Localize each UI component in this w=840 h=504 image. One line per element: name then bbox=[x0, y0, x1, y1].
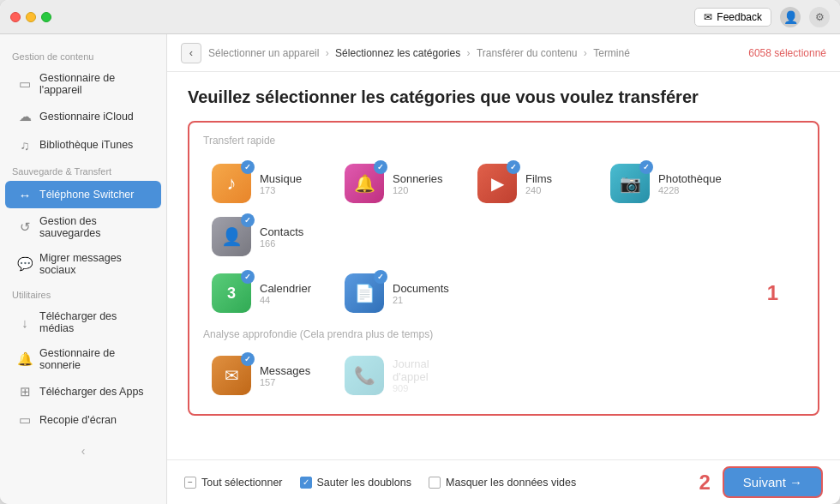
phototheque-icon-wrap: 📷 ✓ bbox=[610, 164, 650, 203]
musique-name: Musique bbox=[260, 172, 302, 185]
sidebar-item-gestionnaire-appareil[interactable]: ▭ Gestionnaire de l'appareil bbox=[5, 66, 161, 102]
transfert-rapide-label: Transfert rapide bbox=[203, 135, 804, 147]
sidebar-item-telecharger-apps[interactable]: ⊞ Télécharger des Apps bbox=[5, 378, 161, 405]
documents-icon-wrap: 📄 ✓ bbox=[345, 273, 384, 313]
messages-icon: ✉ bbox=[225, 365, 239, 386]
maximize-button[interactable] bbox=[41, 12, 51, 22]
label-1-container: 1 bbox=[469, 267, 804, 320]
sidebar-collapse-button[interactable]: ‹ bbox=[0, 437, 166, 465]
category-films[interactable]: ▶ ✓ Films 240 bbox=[469, 157, 602, 210]
category-phototheque[interactable]: 📷 ✓ Photothèque 4228 bbox=[602, 157, 735, 210]
sidebar-item-label: Gestionnaire de l'appareil bbox=[39, 72, 149, 96]
titlebar: ✉ Feedback 👤 ⚙ bbox=[0, 0, 840, 34]
sonneries-count: 120 bbox=[393, 185, 443, 195]
journal-appel-icon: 📞 bbox=[354, 365, 375, 386]
apps-icon: ⊞ bbox=[17, 384, 33, 399]
messages-info: Messages 157 bbox=[260, 364, 310, 387]
settings-icon: ⚙ bbox=[809, 7, 830, 27]
crumb-select-device: Sélectionner un appareil bbox=[208, 47, 319, 59]
device-icon: ▭ bbox=[17, 76, 33, 92]
category-sonneries[interactable]: 🔔 ✓ Sonneries 120 bbox=[336, 157, 469, 210]
category-contacts[interactable]: 👤 ✓ Contacts 166 bbox=[203, 210, 336, 263]
tout-selectionner-option[interactable]: − Tout sélectionner bbox=[184, 477, 283, 489]
category-calendrier[interactable]: 3 ✓ Calendrier 44 bbox=[203, 267, 336, 320]
tout-selectionner-checkbox[interactable]: − bbox=[184, 477, 196, 489]
red-label-2: 2 bbox=[699, 471, 710, 495]
masquer-vides-checkbox[interactable] bbox=[429, 477, 441, 489]
breadcrumb-bar: ‹ Sélectionner un appareil › Sélectionne… bbox=[167, 34, 840, 72]
titlebar-right: ✉ Feedback 👤 ⚙ bbox=[694, 7, 830, 27]
sidebar-item-gestionnaire-sonnerie[interactable]: 🔔 Gestionnaire de sonnerie bbox=[5, 341, 161, 377]
contacts-info: Contacts 166 bbox=[260, 225, 303, 249]
category-messages[interactable]: ✉ ✓ Messages 157 bbox=[203, 349, 336, 402]
sonneries-info: Sonneries 120 bbox=[393, 172, 443, 195]
category-musique[interactable]: ♪ ✓ Musique 173 bbox=[203, 157, 336, 210]
sidebar-item-label: Gestionnaire iCloud bbox=[39, 111, 134, 123]
back-button[interactable]: ‹ bbox=[181, 43, 201, 63]
documents-check: ✓ bbox=[374, 270, 387, 284]
calendrier-info: Calendrier 44 bbox=[260, 282, 311, 305]
phototheque-name: Photothèque bbox=[658, 172, 722, 185]
journal-appel-icon-wrap: 📞 bbox=[345, 356, 384, 395]
feedback-label: Feedback bbox=[717, 11, 762, 23]
next-button[interactable]: Suivant → bbox=[723, 466, 823, 498]
red-label-1: 1 bbox=[767, 281, 778, 305]
sonneries-icon-wrap: 🔔 ✓ bbox=[345, 164, 384, 203]
close-button[interactable] bbox=[10, 12, 21, 22]
sonneries-check: ✓ bbox=[374, 160, 387, 174]
films-info: Films 240 bbox=[525, 172, 552, 195]
chat-icon: 💬 bbox=[17, 256, 33, 272]
films-check: ✓ bbox=[507, 160, 520, 174]
musique-count: 173 bbox=[260, 185, 302, 195]
category-journal-appel[interactable]: 📞 Journal d'appel 909 bbox=[336, 349, 469, 402]
analyse-approfondie-label: Analyse approfondie (Cela prendra plus d… bbox=[203, 328, 804, 340]
quick-transfer-grid: ♪ ✓ Musique 173 bbox=[203, 157, 804, 263]
sidebar: Gestion de contenu ▭ Gestionnaire de l'a… bbox=[0, 34, 167, 504]
sidebar-item-recopie-ecran[interactable]: ▭ Recopie d'écran bbox=[5, 406, 161, 434]
category-documents[interactable]: 📄 ✓ Documents 21 bbox=[336, 267, 469, 320]
calendrier-icon-wrap: 3 ✓ bbox=[212, 273, 251, 313]
sidebar-item-gestionnaire-icloud[interactable]: ☁ Gestionnaire iCloud bbox=[5, 103, 161, 130]
crumb-transfer: Transférer du contenu bbox=[477, 47, 578, 59]
screen-icon: ▭ bbox=[17, 412, 33, 428]
sauter-doublons-option[interactable]: ✓ Sauter les doublons bbox=[300, 477, 412, 489]
mail-icon: ✉ bbox=[704, 11, 712, 23]
app-body: Gestion de contenu ▭ Gestionnaire de l'a… bbox=[0, 34, 840, 504]
contacts-name: Contacts bbox=[260, 225, 303, 238]
contacts-count: 166 bbox=[260, 238, 303, 249]
selected-count: 6058 sélectionné bbox=[748, 47, 826, 59]
documents-count: 21 bbox=[393, 295, 449, 305]
bell-icon: 🔔 bbox=[17, 351, 33, 367]
section-gestion-label: Gestion de contenu bbox=[0, 45, 166, 65]
minimize-button[interactable] bbox=[26, 12, 36, 22]
next-label: Suivant → bbox=[743, 475, 802, 489]
sidebar-item-telephone-switcher[interactable]: ↔ Téléphone Switcher bbox=[5, 181, 161, 208]
documents-name: Documents bbox=[393, 282, 449, 295]
sidebar-item-gestion-sauvegardes[interactable]: ↺ Gestion des sauvegardes bbox=[5, 209, 161, 245]
sidebar-item-label: Gestionnaire de sonnerie bbox=[39, 347, 149, 371]
content-area: Veuillez sélectionner les catégories que… bbox=[167, 72, 840, 459]
journal-appel-name: Journal d'appel bbox=[393, 357, 460, 383]
breadcrumb-left: ‹ Sélectionner un appareil › Sélectionne… bbox=[181, 43, 630, 63]
breadcrumb: Sélectionner un appareil › Sélectionnez … bbox=[208, 47, 630, 59]
sidebar-item-label: Téléphone Switcher bbox=[39, 189, 134, 201]
sidebar-item-label: Recopie d'écran bbox=[39, 414, 117, 426]
journal-appel-count: 909 bbox=[393, 383, 460, 393]
sauter-doublons-checkbox[interactable]: ✓ bbox=[300, 477, 312, 489]
musique-icon-wrap: ♪ ✓ bbox=[212, 164, 251, 203]
sidebar-item-migrer-messages[interactable]: 💬 Migrer messages sociaux bbox=[5, 246, 161, 282]
bottom-options: − Tout sélectionner ✓ Sauter les doublon… bbox=[184, 477, 576, 489]
user-icon: 👤 bbox=[780, 7, 801, 27]
sidebar-item-bibliotheque-itunes[interactable]: ♫ Bibliothèque iTunes bbox=[5, 131, 161, 159]
feedback-button[interactable]: ✉ Feedback bbox=[694, 8, 771, 27]
sidebar-item-telecharger-medias[interactable]: ↓ Télécharger des médias bbox=[5, 304, 161, 340]
cloud-icon: ☁ bbox=[17, 109, 33, 124]
documents-info: Documents 21 bbox=[393, 282, 449, 305]
films-name: Films bbox=[525, 172, 552, 185]
masquer-vides-option[interactable]: Masquer les données vides bbox=[429, 477, 576, 489]
journal-appel-info: Journal d'appel 909 bbox=[393, 357, 460, 393]
main-panel: ‹ Sélectionner un appareil › Sélectionne… bbox=[167, 34, 840, 504]
messages-check: ✓ bbox=[241, 352, 255, 366]
category-box: Transfert rapide ♪ ✓ Musique 173 bbox=[188, 121, 819, 416]
masquer-vides-label: Masquer les données vides bbox=[446, 477, 576, 489]
